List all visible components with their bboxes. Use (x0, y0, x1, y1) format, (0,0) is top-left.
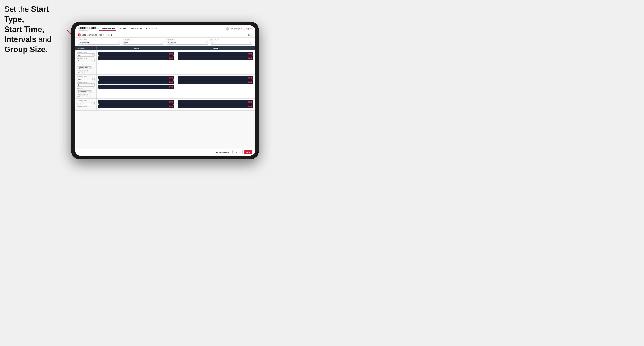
team2-col-3: ✕ i ✕ i (176, 99, 255, 110)
team-slot: ✕ i (98, 56, 174, 60)
tee-time-col-1: STARTING TIME: 10:00 🕐 STARTING HOLE: 1 … (75, 50, 97, 74)
breadcrumb-tournament[interactable]: Clippd Invitational (Me) (82, 34, 102, 36)
sign-out-link[interactable]: Sign out (246, 28, 252, 30)
close-icon[interactable]: ✕ (248, 53, 250, 54)
instruction-text: Set the Start Type, Start Time, Interval… (4, 4, 69, 55)
remove-group-btn-2[interactable]: ○ Remove Group (77, 94, 95, 95)
close-icon[interactable]: ✕ (248, 106, 250, 107)
breadcrumb-section: Hosting (105, 34, 112, 36)
add-group-btn-1[interactable]: + Add Group (77, 72, 95, 73)
chevron-hole-1: ▾ (92, 60, 94, 62)
nav-tab-tournaments[interactable]: TOURNAMENTS (99, 27, 116, 31)
close-icon[interactable]: ✕ (248, 81, 250, 83)
start-type-select[interactable]: 1st Tee Start ▾ (78, 41, 120, 45)
cancel-button[interactable]: Cancel (232, 150, 243, 154)
start-time-value: 10:00 (124, 42, 128, 44)
save-button[interactable]: Save (244, 150, 252, 154)
group-size-label: Group Size (210, 39, 253, 40)
close-icon[interactable]: ✕ (169, 106, 171, 107)
main-content: Tee Time Team 1 Team 2 STARTING TIME: 10… (75, 46, 255, 149)
logo-area: SCOREBOARD Powered by clipp.io (78, 27, 96, 31)
start-type-group: Start Type 1st Tee Start ▾ (78, 39, 120, 45)
nav-tab-rankings[interactable]: RANKINGS (146, 27, 157, 31)
team1-col-2: ✕ i ✕ i ✕ i (97, 75, 176, 98)
slot-icons: ✕ i (248, 57, 252, 59)
info-icon[interactable]: i (250, 106, 252, 107)
user-avatar (226, 27, 229, 31)
tablet-frame: SCOREBOARD Powered by clipp.io TOURNAMEN… (71, 21, 259, 160)
info-icon[interactable]: i (171, 81, 173, 83)
starting-hole-label-3: STARTING HOLE: (77, 106, 95, 107)
info-icon[interactable]: i (171, 106, 173, 107)
tee-time-col-2: STARTING TIME: 10:10 🕐 STARTING HOLE: 1 … (75, 75, 97, 98)
group-size-group: Group Size 3 ▾ (210, 39, 253, 45)
team-slot: ✕ i (98, 85, 174, 89)
close-icon[interactable]: ✕ (248, 101, 250, 103)
slot-icons: ✕ i (248, 101, 252, 103)
info-icon[interactable]: i (250, 53, 252, 54)
info-icon[interactable]: i (250, 101, 252, 103)
clock-icon: 🕐 (161, 42, 163, 44)
info-icon[interactable]: i (250, 77, 252, 79)
starting-hole-label-1: STARTING HOLE: (77, 57, 95, 59)
team2-col-2: ✕ i ✕ i (176, 75, 255, 98)
slot-icons: ✕ i (169, 86, 173, 88)
clock-icon-1: 🕐 (92, 54, 94, 56)
starting-hole-label-2: STARTING HOLE: (77, 82, 95, 83)
close-icon[interactable]: ✕ (169, 53, 171, 54)
intervals-value: 10 Minutes (168, 42, 176, 44)
team-slot: ✕ i (98, 76, 174, 80)
nav-tab-committee[interactable]: COMMITTEE (130, 27, 142, 31)
starting-hole-value-1[interactable]: 1 ▾ (77, 59, 95, 62)
starting-hole-value-2[interactable]: 1 ▾ (77, 83, 95, 87)
info-icon[interactable]: i (171, 53, 173, 54)
table-header: Tee Time Team 1 Team 2 (75, 46, 255, 50)
th-team2: Team 2 (176, 46, 255, 50)
back-button[interactable]: ‹ Back (247, 34, 252, 36)
close-icon[interactable]: ✕ (248, 77, 250, 79)
breadcrumb: C Clippd Invitational (Me) › Hosting (78, 33, 112, 36)
info-icon[interactable]: i (250, 57, 252, 59)
team-slot: ✕ i (98, 52, 174, 56)
info-icon[interactable]: i (171, 86, 173, 88)
remove-course-icon-2[interactable]: ✕ (90, 91, 91, 93)
add-group-btn-2[interactable]: + Add Group (77, 96, 95, 97)
team-slot: ✕ i (98, 100, 174, 104)
group-size-value: 3 (212, 42, 212, 44)
reset-changes-button[interactable]: Reset Changes (214, 150, 231, 154)
chevron-down-icon-2: ▾ (206, 42, 207, 44)
group-size-select[interactable]: 3 ▾ (210, 41, 253, 45)
close-icon[interactable]: ✕ (169, 57, 171, 59)
starting-time-value-3[interactable]: 10:20 🕐 (77, 102, 95, 105)
instruction-normal4: . (45, 45, 48, 54)
info-icon[interactable]: i (171, 57, 173, 59)
breadcrumb-separator: › (103, 34, 104, 36)
close-icon[interactable]: ✕ (169, 77, 171, 79)
clock-icon-3: 🕐 (92, 102, 94, 104)
start-type-value: 1st Tee Start (79, 42, 89, 44)
close-icon[interactable]: ✕ (169, 81, 171, 83)
starting-time-value-2[interactable]: 10:10 🕐 (77, 78, 95, 81)
close-icon[interactable]: ✕ (169, 86, 171, 88)
chevron-hole-2: ▾ (92, 84, 94, 86)
nav-separator: | (244, 28, 244, 30)
remove-course-icon-1[interactable]: ✕ (90, 67, 91, 68)
close-icon[interactable]: ✕ (248, 57, 250, 59)
slot-icons: ✕ i (248, 53, 252, 54)
intervals-select[interactable]: 10 Minutes ▾ (166, 41, 208, 45)
info-icon[interactable]: i (171, 101, 173, 103)
instruction-line1: Set the (4, 5, 31, 13)
th-team1: Team 1 (97, 46, 176, 50)
remove-group-btn-1[interactable]: ○ Remove Group (77, 70, 95, 71)
info-icon[interactable]: i (250, 81, 252, 83)
info-icon[interactable]: i (171, 77, 173, 79)
start-time-select[interactable]: 10:00 🕐 (122, 41, 164, 45)
clock-icon-2: 🕐 (92, 78, 94, 80)
instruction-bold2: Start Time, (4, 25, 44, 34)
nav-tab-teams[interactable]: TEAMS (119, 27, 126, 31)
instruction-normal3: and (36, 35, 51, 44)
slot-icons: ✕ i (248, 81, 252, 83)
close-icon[interactable]: ✕ (169, 101, 171, 103)
team-slot: ✕ i (178, 100, 253, 104)
starting-time-value-1[interactable]: 10:00 🕐 (77, 53, 95, 57)
